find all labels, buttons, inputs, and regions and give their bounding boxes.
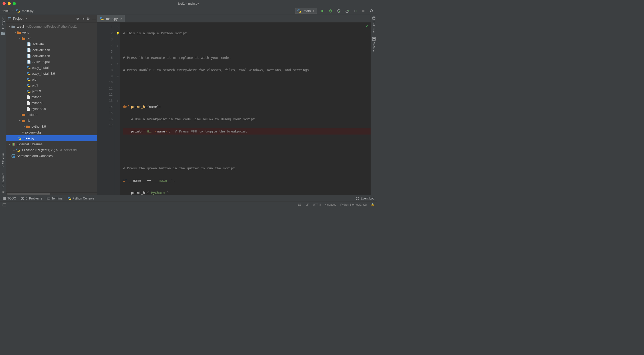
stop-button[interactable]: [361, 8, 366, 14]
chevron-down-icon[interactable]: ▾: [18, 119, 21, 122]
tree-item-activate[interactable]: 📄activate: [6, 41, 97, 47]
file-icon: [27, 95, 30, 99]
hide-panel-icon[interactable]: —: [92, 17, 96, 21]
text-file-icon: ≡: [22, 130, 24, 134]
svg-line-3: [331, 10, 332, 11]
tree-item-python39[interactable]: python3.9: [6, 106, 97, 112]
tree-external-libraries[interactable]: ▾External Libraries: [6, 141, 97, 147]
database-icon[interactable]: [372, 16, 376, 20]
status-cursor-position[interactable]: 1:1: [297, 203, 301, 206]
tree-item-activate-ps1[interactable]: 📄Activate.ps1: [6, 59, 97, 65]
terminal-tool-tab[interactable]: Terminal: [47, 197, 63, 200]
chevron-down-icon[interactable]: ▾: [18, 37, 21, 40]
analysis-ok-icon[interactable]: ✔: [366, 24, 368, 28]
svg-point-27: [356, 197, 359, 200]
breadcrumb: test1 〉 main.py: [3, 9, 33, 13]
tree-item-python[interactable]: python: [6, 94, 97, 100]
project-h-scrollbar[interactable]: [6, 192, 97, 195]
text-file-icon: 📄: [27, 54, 31, 58]
structure-tool-tab[interactable]: 7: Structure: [1, 151, 5, 168]
tree-python-sdk[interactable]: ▸< Python 3.9 (test1) (2) >/Users/zst/D: [6, 147, 97, 153]
status-interpreter[interactable]: Python 3.9 (test1) (2): [340, 203, 367, 206]
svg-point-20: [13, 156, 15, 158]
project-panel-title: Project: [13, 17, 23, 20]
concurrency-button[interactable]: [352, 8, 358, 14]
tree-item-easy-install-39[interactable]: easy_install-3.9: [6, 71, 97, 76]
svg-line-2: [329, 10, 330, 11]
maximize-window-button[interactable]: [13, 2, 16, 5]
python-file-icon: [16, 9, 20, 13]
tree-item-pip39[interactable]: pip3.9: [6, 88, 97, 94]
chevron-down-icon[interactable]: ▾: [8, 25, 11, 28]
tree-item-lib[interactable]: ▾lib: [6, 118, 97, 124]
breadcrumb-root[interactable]: test1: [3, 9, 10, 13]
project-tree[interactable]: ▾ test1 ~/Documents/Project/Python/test1…: [6, 23, 97, 192]
tree-root-name: test1: [17, 25, 24, 28]
tree-item-activate-fish[interactable]: 📄activate.fish: [6, 53, 97, 59]
svg-rect-12: [1, 32, 3, 33]
chevron-down-icon: ▼: [312, 9, 315, 12]
chevron-right-icon[interactable]: ▸: [13, 149, 16, 151]
collapse-icon[interactable]: ⇥: [82, 17, 85, 21]
code-editor[interactable]: 1 2 3 4 5 6 7 8 9 10 11 12 13▶ 14 15 16 …: [97, 23, 371, 195]
chevron-down-icon[interactable]: ▾: [14, 31, 17, 34]
chevron-right-icon[interactable]: ▸: [23, 125, 26, 128]
tree-item-pip3[interactable]: pip3: [6, 82, 97, 88]
code-content[interactable]: # This is a sample Python script. # Pres…: [120, 23, 371, 195]
sciview-tool-tab[interactable]: SciView: [372, 41, 376, 53]
left-tool-stripe: 1: Project 7: Structure 2: Favorites ★: [0, 15, 6, 195]
tree-root[interactable]: ▾ test1 ~/Documents/Project/Python/test1: [6, 24, 97, 29]
file-icon: [27, 107, 30, 111]
python-file-icon: [27, 72, 30, 75]
breadcrumb-file[interactable]: main.py: [22, 9, 33, 13]
tree-item-python3[interactable]: python3: [6, 100, 97, 106]
intention-bulb-icon[interactable]: 💡: [115, 30, 120, 36]
status-indent[interactable]: 4 spaces: [325, 203, 336, 206]
tree-item-include[interactable]: include: [6, 112, 97, 118]
problems-tool-tab[interactable]: 6: Problems: [21, 197, 42, 200]
status-left-icon[interactable]: [3, 203, 6, 206]
tree-item-mainpy[interactable]: main.py: [6, 135, 97, 141]
close-window-button[interactable]: [3, 2, 6, 5]
scrollbar-thumb[interactable]: [7, 193, 50, 195]
tree-item-easy-install[interactable]: easy_install: [6, 65, 97, 71]
svg-rect-14: [8, 18, 11, 20]
editor-tab-mainpy[interactable]: main.py ×: [97, 15, 125, 22]
database-tool-tab[interactable]: Database: [372, 20, 376, 35]
status-line-separator[interactable]: LF: [306, 203, 309, 206]
gear-icon[interactable]: ⚙: [87, 17, 90, 21]
tree-item-lib-python39[interactable]: ▸python3.9: [6, 124, 97, 129]
fold-gutter[interactable]: ⊖ 💡 ⊖ ⊖ ⊟ ⊖: [115, 23, 120, 195]
tree-item-activate-csh[interactable]: 📄activate.csh: [6, 47, 97, 53]
tree-item-bin[interactable]: ▾ bin: [6, 35, 97, 41]
run-config-selector[interactable]: main ▼: [295, 8, 317, 14]
status-lock-icon[interactable]: 🔒: [371, 203, 374, 206]
python-file-icon: [27, 78, 30, 81]
chevron-down-icon[interactable]: ▼: [25, 17, 28, 20]
tree-item-pyvenv[interactable]: ≡pyvenv.cfg: [6, 129, 97, 135]
line-number-gutter[interactable]: 1 2 3 4 5 6 7 8 9 10 11 12 13▶ 14 15 16 …: [97, 23, 115, 195]
tree-scratches[interactable]: Scratches and Consoles: [6, 153, 97, 159]
close-tab-icon[interactable]: ×: [120, 17, 122, 21]
project-tool-tab[interactable]: 1: Project: [1, 16, 5, 30]
python-console-tool-tab[interactable]: Python Console: [68, 197, 94, 200]
svg-rect-17: [13, 143, 14, 146]
scratch-icon: [12, 154, 15, 158]
run-coverage-button[interactable]: [336, 8, 342, 14]
favorites-tool-tab[interactable]: 2: Favorites: [1, 172, 5, 188]
event-log-tool-tab[interactable]: Event Log: [356, 197, 374, 200]
run-button[interactable]: [320, 8, 325, 14]
svg-rect-11: [1, 32, 5, 35]
debug-button[interactable]: [328, 8, 334, 14]
search-everywhere-button[interactable]: [369, 8, 374, 14]
profiler-button[interactable]: [344, 8, 350, 14]
tree-item-pip[interactable]: pip: [6, 76, 97, 82]
minimize-window-button[interactable]: [8, 2, 11, 5]
status-encoding[interactable]: UTF-8: [313, 203, 321, 206]
sciview-icon[interactable]: [372, 37, 376, 41]
chevron-down-icon[interactable]: ▾: [8, 143, 11, 146]
locate-icon[interactable]: ✥: [76, 17, 79, 21]
svg-line-10: [372, 12, 373, 13]
todo-tool-tab[interactable]: TODO: [3, 197, 16, 200]
tree-item-venv[interactable]: ▾ venv: [6, 29, 97, 35]
